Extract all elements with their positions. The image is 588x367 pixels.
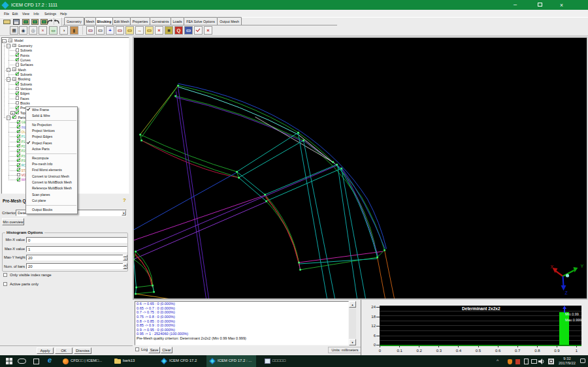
svg-text:X: X bbox=[550, 264, 553, 269]
svg-text:Y: Y bbox=[580, 264, 583, 268]
svg-text:Z: Z bbox=[564, 291, 568, 295]
